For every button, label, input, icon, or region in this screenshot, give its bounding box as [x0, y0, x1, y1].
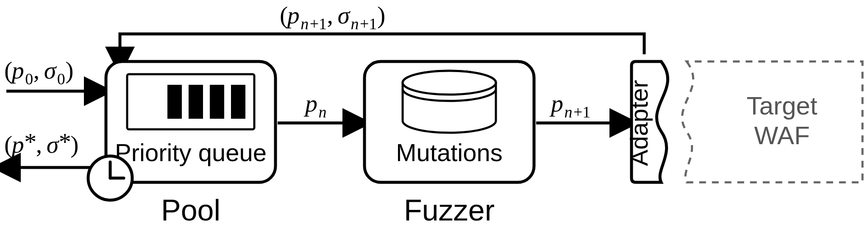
pool-title: Pool — [161, 194, 220, 226]
svg-rect-5 — [167, 85, 182, 119]
mutations-label: Mutations — [396, 139, 502, 166]
svg-rect-6 — [189, 85, 203, 119]
target-waf-box: Target WAF — [682, 61, 862, 182]
svg-text:(
      p
      0
      ,
    : ( p 0 , σ 0 ) — [4, 56, 73, 88]
fuzzer-title: Fuzzer — [404, 194, 495, 226]
svg-text:(
      p
      n
      +1
   : ( p n +1 , σ n +1 ) — [280, 1, 385, 33]
svg-rect-7 — [210, 85, 224, 119]
edge-fuzzer-adapter-label: p n +1 — [549, 89, 590, 121]
fuzzer-box: Mutations — [364, 61, 534, 182]
priority-queue-label: Priority queue — [115, 139, 267, 166]
svg-rect-8 — [231, 85, 245, 119]
target-title-2: WAF — [754, 121, 810, 150]
edge-feedback — [120, 34, 644, 54]
mutations-icon — [403, 71, 496, 133]
svg-text:p
      n: p n — [303, 89, 326, 121]
svg-text:p
      n
      +1: p n +1 — [549, 89, 590, 121]
svg-text:(
      p
      *
      ,
    : ( p * , σ * ) — [4, 128, 78, 158]
adapter-box: Adapter — [625, 61, 668, 182]
pool-box: Priority queue — [88, 61, 275, 200]
output-label: ( p * , σ * ) — [4, 128, 78, 158]
svg-point-15 — [403, 71, 496, 95]
diagram-canvas: ( p n +1 , σ n +1 ) ( p 0 , σ 0 ) ( — [0, 0, 868, 226]
feedback-label: ( p n +1 , σ n +1 ) — [280, 1, 385, 33]
input-label: ( p 0 , σ 0 ) — [4, 56, 73, 88]
edge-pool-fuzzer-label: p n — [303, 89, 326, 121]
clock-icon — [88, 156, 132, 200]
adapter-title: Adapter — [625, 80, 653, 166]
target-title-1: Target — [747, 92, 818, 120]
